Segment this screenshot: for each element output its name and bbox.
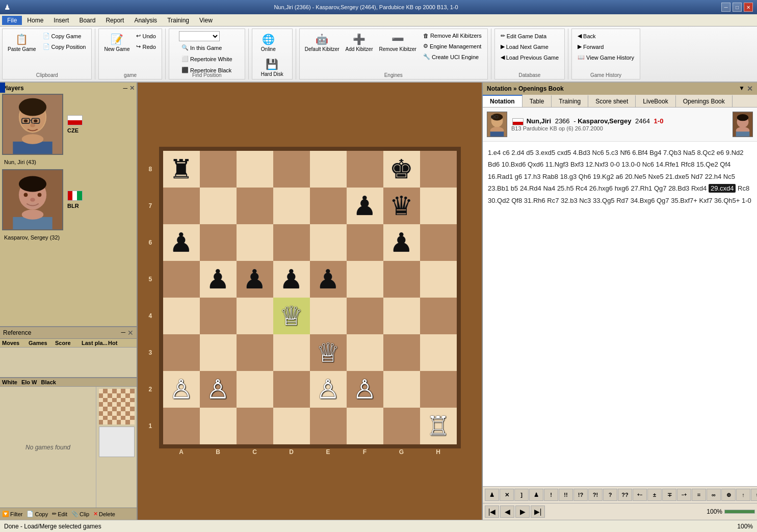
double-question-btn[interactable]: ?? (618, 489, 632, 501)
board-cell[interactable] (383, 298, 420, 334)
board-cell[interactable] (273, 188, 310, 224)
board-cell[interactable]: ♙ (163, 371, 200, 408)
board-cell[interactable] (383, 408, 420, 444)
menu-file[interactable]: File (2, 16, 22, 25)
board-cell[interactable] (310, 188, 347, 224)
repertoire-white-button[interactable]: ⬜ Repertoire White (179, 54, 235, 64)
menu-board[interactable]: Board (74, 16, 100, 25)
redo-button[interactable]: ↪ Redo (134, 42, 158, 51)
board-cell[interactable] (237, 298, 273, 334)
copy-game-button[interactable]: 📄 Copy Game (40, 31, 89, 41)
exclaim-q-btn[interactable]: !? (573, 489, 588, 501)
copy-button[interactable]: 📄 Copy (27, 511, 48, 517)
menu-view[interactable]: View (194, 16, 218, 25)
tab-score-sheet[interactable]: Score sheet (588, 95, 636, 107)
board-cell[interactable] (273, 408, 310, 444)
players-minimize[interactable]: ─ (123, 85, 127, 92)
menu-analysis[interactable]: Analysis (129, 16, 162, 25)
board-cell[interactable] (310, 151, 347, 188)
board-cell[interactable] (163, 408, 200, 444)
plus-minus-btn[interactable]: +− (633, 489, 647, 501)
double-arrow-btn[interactable]: ↑↑ (751, 489, 757, 501)
double-exclaim-btn[interactable]: !! (559, 489, 573, 501)
close-button[interactable]: ✕ (744, 3, 753, 12)
board-cell[interactable] (420, 224, 457, 261)
load-next-game-button[interactable]: ▶ Load Next Game (498, 42, 551, 51)
players-close[interactable]: ✕ (129, 85, 135, 92)
copy-position-button[interactable]: 📄 Copy Position (40, 42, 89, 51)
board-cell[interactable]: ♖ (420, 408, 457, 444)
board-cell[interactable] (310, 298, 347, 334)
board-cell[interactable] (347, 298, 383, 334)
board-cell[interactable] (237, 334, 273, 371)
board-cell[interactable] (200, 298, 237, 334)
board-cell[interactable] (347, 261, 383, 298)
board-cell[interactable] (163, 261, 200, 298)
board-cell[interactable]: ♟ (273, 261, 310, 298)
q-exclaim-btn[interactable]: ?! (588, 489, 603, 501)
pm-btn[interactable]: ± (647, 489, 662, 501)
board-cell[interactable]: ♙ (310, 371, 347, 408)
board-cell[interactable] (420, 298, 457, 334)
board-cell[interactable] (200, 188, 237, 224)
board-cell[interactable] (383, 371, 420, 408)
board-cell[interactable] (200, 408, 237, 444)
exclaim-btn[interactable]: ! (544, 489, 558, 501)
paste-game-button[interactable]: 📋 Paste Game (6, 31, 38, 54)
board-cell[interactable]: ♕ (273, 298, 310, 334)
board-cell[interactable] (273, 151, 310, 188)
circle-plus-btn[interactable]: ⊕ (721, 489, 736, 501)
board-cell[interactable] (347, 408, 383, 444)
edit-game-data-button[interactable]: ✏ Edit Game Data (498, 31, 549, 41)
board-cell[interactable] (237, 224, 273, 261)
board-cell[interactable]: ♚ (383, 151, 420, 188)
nav-first[interactable]: |◀ (485, 506, 499, 518)
board-cell[interactable] (200, 151, 237, 188)
board-cell[interactable] (273, 224, 310, 261)
board-cell[interactable] (347, 334, 383, 371)
tab-openings-book[interactable]: Openings Book (676, 95, 733, 107)
board-cell[interactable] (347, 224, 383, 261)
board-cell[interactable] (237, 408, 273, 444)
tab-table[interactable]: Table (523, 95, 552, 107)
board-cell[interactable]: ♟ (310, 261, 347, 298)
new-game-button[interactable]: 📝 New Game (102, 31, 132, 54)
board-cell[interactable]: ♟ (347, 188, 383, 224)
board-cell[interactable] (237, 188, 273, 224)
board-cell[interactable]: ♛ (383, 188, 420, 224)
undo-button[interactable]: ↩ Undo (134, 31, 158, 41)
board-cell[interactable]: ♟ (237, 261, 273, 298)
board-cell[interactable]: ♕ (310, 334, 347, 371)
edit-button[interactable]: ✏ Edit (52, 511, 67, 517)
board-cell[interactable] (420, 371, 457, 408)
board-cell[interactable]: ♜ (163, 151, 200, 188)
menu-home[interactable]: Home (22, 16, 48, 25)
tab-livebook[interactable]: LiveBook (636, 95, 675, 107)
menu-report[interactable]: Report (100, 16, 129, 25)
moves-area[interactable]: 1.e4 c6 2.d4 d5 3.exd5 cxd5 4.Bd3 Nc6 5.… (483, 142, 757, 486)
board-cell[interactable] (273, 334, 310, 371)
window-controls[interactable]: ─ □ ✕ (721, 3, 753, 12)
board-cell[interactable] (237, 151, 273, 188)
view-game-history-button[interactable]: 📖 View Game History (575, 52, 637, 62)
notation-close[interactable]: ✕ (747, 85, 753, 93)
board-cell[interactable] (200, 224, 237, 261)
inf-btn[interactable]: ∞ (707, 489, 721, 501)
board-cell[interactable] (237, 371, 273, 408)
nav-last[interactable]: ▶| (531, 506, 545, 518)
board-cell[interactable] (420, 151, 457, 188)
board-cell[interactable] (310, 224, 347, 261)
load-previous-game-button[interactable]: ◀ Load Previous Game (498, 52, 561, 62)
board-cell[interactable]: ♟ (383, 224, 420, 261)
board-cell[interactable] (420, 188, 457, 224)
board-cell[interactable]: ♟ (200, 261, 237, 298)
remove-all-kibitzers-button[interactable]: 🗑 Remove All Kibitzers (421, 31, 484, 40)
ref-games-list[interactable] (0, 348, 137, 377)
eq-btn[interactable]: = (692, 489, 706, 501)
board-cell[interactable] (420, 261, 457, 298)
current-move[interactable]: 29.cxd4 (709, 184, 736, 193)
board-cell[interactable] (383, 261, 420, 298)
arrow-up-btn[interactable]: ↑ (736, 489, 750, 501)
add-kibitzer-button[interactable]: ➕ Add Kibitzer (344, 31, 375, 54)
piece-icon-white[interactable]: ♟ (485, 489, 499, 501)
